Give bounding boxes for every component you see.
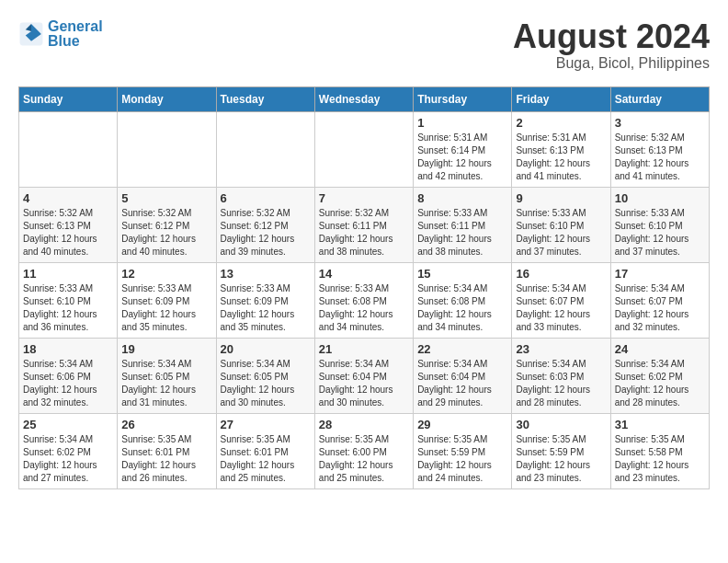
day-number: 11 — [23, 267, 113, 281]
day-info: Sunrise: 5:35 AM Sunset: 5:58 PM Dayligh… — [615, 433, 705, 485]
calendar-cell: 20Sunrise: 5:34 AM Sunset: 6:05 PM Dayli… — [216, 338, 314, 413]
calendar-cell: 1Sunrise: 5:31 AM Sunset: 6:14 PM Daylig… — [414, 111, 512, 187]
calendar-cell — [118, 111, 216, 187]
page-title: August 2024 — [513, 18, 710, 55]
calendar-header-row: SundayMondayTuesdayWednesdayThursdayFrid… — [19, 86, 710, 111]
calendar-cell — [216, 111, 314, 187]
day-header-saturday: Saturday — [610, 86, 709, 111]
calendar-cell: 28Sunrise: 5:35 AM Sunset: 6:00 PM Dayli… — [314, 413, 413, 488]
day-info: Sunrise: 5:35 AM Sunset: 6:01 PM Dayligh… — [121, 433, 211, 485]
calendar-cell: 7Sunrise: 5:32 AM Sunset: 6:11 PM Daylig… — [314, 187, 413, 262]
day-number: 14 — [319, 267, 409, 281]
day-info: Sunrise: 5:33 AM Sunset: 6:09 PM Dayligh… — [221, 282, 311, 334]
day-number: 23 — [516, 342, 606, 356]
day-number: 6 — [221, 191, 311, 205]
day-info: Sunrise: 5:33 AM Sunset: 6:11 PM Dayligh… — [417, 207, 507, 259]
day-number: 13 — [221, 267, 311, 281]
day-number: 27 — [221, 418, 311, 431]
page-header: General Blue August 2024 Buga, Bicol, Ph… — [18, 18, 710, 72]
day-number: 16 — [516, 267, 606, 281]
day-info: Sunrise: 5:34 AM Sunset: 6:06 PM Dayligh… — [23, 358, 113, 409]
day-number: 20 — [221, 342, 311, 356]
calendar-cell: 15Sunrise: 5:34 AM Sunset: 6:08 PM Dayli… — [414, 262, 512, 338]
day-number: 7 — [319, 191, 409, 205]
day-info: Sunrise: 5:31 AM Sunset: 6:14 PM Dayligh… — [417, 132, 507, 183]
day-header-wednesday: Wednesday — [314, 86, 413, 111]
calendar-cell: 29Sunrise: 5:35 AM Sunset: 5:59 PM Dayli… — [414, 413, 512, 488]
day-info: Sunrise: 5:33 AM Sunset: 6:09 PM Dayligh… — [121, 282, 211, 334]
logo-text: General Blue — [48, 18, 103, 50]
day-info: Sunrise: 5:35 AM Sunset: 5:59 PM Dayligh… — [417, 433, 507, 485]
day-info: Sunrise: 5:32 AM Sunset: 6:12 PM Dayligh… — [221, 207, 311, 259]
day-info: Sunrise: 5:35 AM Sunset: 5:59 PM Dayligh… — [516, 433, 606, 485]
calendar-cell: 14Sunrise: 5:33 AM Sunset: 6:08 PM Dayli… — [314, 262, 413, 338]
calendar-cell: 10Sunrise: 5:33 AM Sunset: 6:10 PM Dayli… — [610, 187, 709, 262]
logo-icon — [18, 21, 44, 47]
day-number: 21 — [319, 342, 409, 356]
calendar-cell: 17Sunrise: 5:34 AM Sunset: 6:07 PM Dayli… — [610, 262, 709, 338]
day-info: Sunrise: 5:33 AM Sunset: 6:10 PM Dayligh… — [615, 207, 705, 259]
day-header-sunday: Sunday — [19, 86, 118, 111]
calendar-cell: 24Sunrise: 5:34 AM Sunset: 6:02 PM Dayli… — [610, 338, 709, 413]
day-header-monday: Monday — [118, 86, 216, 111]
day-number: 8 — [417, 191, 507, 205]
day-info: Sunrise: 5:34 AM Sunset: 6:03 PM Dayligh… — [516, 358, 606, 409]
calendar-cell: 25Sunrise: 5:34 AM Sunset: 6:02 PM Dayli… — [19, 413, 118, 488]
day-info: Sunrise: 5:35 AM Sunset: 6:00 PM Dayligh… — [319, 433, 409, 485]
day-info: Sunrise: 5:32 AM Sunset: 6:13 PM Dayligh… — [615, 132, 705, 183]
calendar-cell: 6Sunrise: 5:32 AM Sunset: 6:12 PM Daylig… — [216, 187, 314, 262]
calendar-week-row: 1Sunrise: 5:31 AM Sunset: 6:14 PM Daylig… — [19, 111, 710, 187]
day-number: 18 — [23, 342, 113, 356]
title-area: August 2024 Buga, Bicol, Philippines — [513, 18, 710, 72]
day-number: 28 — [319, 418, 409, 431]
day-number: 4 — [23, 191, 113, 205]
calendar-week-row: 4Sunrise: 5:32 AM Sunset: 6:13 PM Daylig… — [19, 187, 710, 262]
day-info: Sunrise: 5:33 AM Sunset: 6:10 PM Dayligh… — [516, 207, 606, 259]
calendar-cell: 16Sunrise: 5:34 AM Sunset: 6:07 PM Dayli… — [512, 262, 610, 338]
calendar-cell: 5Sunrise: 5:32 AM Sunset: 6:12 PM Daylig… — [118, 187, 216, 262]
day-number: 26 — [121, 418, 211, 431]
day-number: 17 — [615, 267, 705, 281]
day-info: Sunrise: 5:35 AM Sunset: 6:01 PM Dayligh… — [221, 433, 311, 485]
calendar-cell: 18Sunrise: 5:34 AM Sunset: 6:06 PM Dayli… — [19, 338, 118, 413]
calendar-cell: 3Sunrise: 5:32 AM Sunset: 6:13 PM Daylig… — [610, 111, 709, 187]
day-info: Sunrise: 5:34 AM Sunset: 6:07 PM Dayligh… — [615, 282, 705, 334]
day-number: 22 — [417, 342, 507, 356]
calendar-cell: 12Sunrise: 5:33 AM Sunset: 6:09 PM Dayli… — [118, 262, 216, 338]
day-info: Sunrise: 5:34 AM Sunset: 6:05 PM Dayligh… — [221, 358, 311, 409]
calendar-cell: 22Sunrise: 5:34 AM Sunset: 6:04 PM Dayli… — [414, 338, 512, 413]
page-subtitle: Buga, Bicol, Philippines — [513, 55, 710, 72]
day-info: Sunrise: 5:31 AM Sunset: 6:13 PM Dayligh… — [516, 132, 606, 183]
logo: General Blue — [18, 18, 103, 50]
day-number: 9 — [516, 191, 606, 205]
day-header-thursday: Thursday — [414, 86, 512, 111]
calendar-cell: 21Sunrise: 5:34 AM Sunset: 6:04 PM Dayli… — [314, 338, 413, 413]
day-number: 3 — [615, 116, 705, 130]
calendar-cell: 23Sunrise: 5:34 AM Sunset: 6:03 PM Dayli… — [512, 338, 610, 413]
day-number: 10 — [615, 191, 705, 205]
day-info: Sunrise: 5:34 AM Sunset: 6:04 PM Dayligh… — [319, 358, 409, 409]
calendar-cell — [19, 111, 118, 187]
day-number: 2 — [516, 116, 606, 130]
calendar-cell: 26Sunrise: 5:35 AM Sunset: 6:01 PM Dayli… — [118, 413, 216, 488]
day-number: 12 — [121, 267, 211, 281]
day-info: Sunrise: 5:32 AM Sunset: 6:12 PM Dayligh… — [121, 207, 211, 259]
day-number: 31 — [615, 418, 705, 431]
calendar-cell — [314, 111, 413, 187]
calendar-table: SundayMondayTuesdayWednesdayThursdayFrid… — [18, 86, 710, 489]
day-header-friday: Friday — [512, 86, 610, 111]
day-number: 24 — [615, 342, 705, 356]
day-info: Sunrise: 5:34 AM Sunset: 6:02 PM Dayligh… — [23, 433, 113, 485]
calendar-cell: 30Sunrise: 5:35 AM Sunset: 5:59 PM Dayli… — [512, 413, 610, 488]
day-number: 15 — [417, 267, 507, 281]
day-info: Sunrise: 5:32 AM Sunset: 6:11 PM Dayligh… — [319, 207, 409, 259]
calendar-cell: 19Sunrise: 5:34 AM Sunset: 6:05 PM Dayli… — [118, 338, 216, 413]
calendar-cell: 4Sunrise: 5:32 AM Sunset: 6:13 PM Daylig… — [19, 187, 118, 262]
calendar-cell: 8Sunrise: 5:33 AM Sunset: 6:11 PM Daylig… — [414, 187, 512, 262]
day-number: 19 — [121, 342, 211, 356]
day-info: Sunrise: 5:32 AM Sunset: 6:13 PM Dayligh… — [23, 207, 113, 259]
calendar-week-row: 18Sunrise: 5:34 AM Sunset: 6:06 PM Dayli… — [19, 338, 710, 413]
calendar-week-row: 25Sunrise: 5:34 AM Sunset: 6:02 PM Dayli… — [19, 413, 710, 488]
calendar-week-row: 11Sunrise: 5:33 AM Sunset: 6:10 PM Dayli… — [19, 262, 710, 338]
day-number: 1 — [417, 116, 507, 130]
